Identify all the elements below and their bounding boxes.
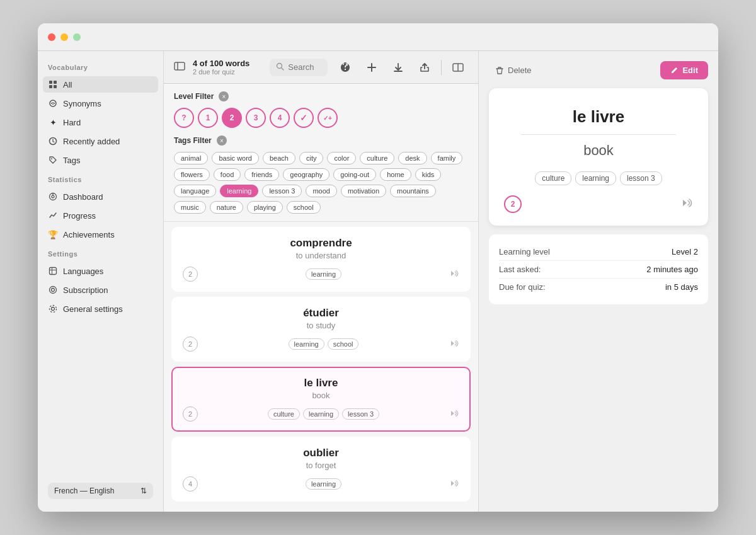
- flashcard-tag-learning[interactable]: learning: [575, 171, 616, 185]
- tag-nature[interactable]: nature: [210, 201, 243, 214]
- tag-color[interactable]: color: [327, 152, 356, 164]
- tag-lesson-3[interactable]: lesson 3: [262, 185, 302, 197]
- level-btn-check-plus[interactable]: ✓+: [318, 108, 338, 128]
- view-toggle-button[interactable]: [448, 57, 468, 78]
- sidebar-item-recently-added[interactable]: Recently added: [43, 133, 158, 149]
- tag-motivation[interactable]: motivation: [341, 185, 386, 197]
- due-quiz-value: in 5 days: [665, 282, 698, 292]
- svg-point-8: [52, 195, 54, 198]
- audio-button-le-livre[interactable]: [449, 408, 459, 420]
- search-bar[interactable]: [270, 59, 328, 76]
- tag-language[interactable]: language: [174, 185, 216, 197]
- audio-button-comprendre[interactable]: [449, 268, 459, 280]
- sidebar-item-tags[interactable]: Tags: [43, 152, 158, 168]
- tag-mood[interactable]: mood: [306, 185, 337, 197]
- tag-school[interactable]: school: [287, 201, 321, 214]
- word-term-oublier: oublier: [183, 447, 459, 459]
- tag-learning-le-livre[interactable]: learning: [303, 408, 339, 420]
- svg-rect-3: [54, 85, 57, 88]
- share-button[interactable]: [415, 57, 435, 78]
- flashcard-divider: [521, 134, 676, 135]
- sidebar-item-achievements[interactable]: 🏆 Achievements: [43, 226, 158, 243]
- tag-food[interactable]: food: [214, 168, 241, 181]
- sidebar: Vocabulary All: [38, 51, 164, 512]
- flashcard: le livre book culture learning lesson 3 …: [489, 88, 708, 226]
- audio-button-etudier[interactable]: [449, 338, 459, 350]
- flashcard-audio-button[interactable]: [680, 197, 693, 212]
- tag-learning[interactable]: learning: [220, 185, 258, 197]
- word-card-oublier[interactable]: oublier to forget 4 learning: [171, 437, 471, 502]
- tag-beach[interactable]: beach: [263, 152, 295, 164]
- detail-panel: Delete Edit le livre book culture learni…: [479, 51, 718, 512]
- vocabulary-section-label: Vocabulary: [43, 59, 158, 74]
- last-asked-value: 2 minutes ago: [646, 265, 698, 274]
- search-input[interactable]: [288, 62, 321, 72]
- download-button[interactable]: [388, 57, 408, 78]
- language-selector[interactable]: French — English ⇅: [48, 483, 153, 499]
- sidebar-item-recently-added-label: Recently added: [63, 137, 120, 146]
- tag-friends[interactable]: friends: [244, 168, 279, 181]
- add-word-button[interactable]: [362, 57, 382, 78]
- tag-music[interactable]: music: [174, 201, 206, 214]
- tag-learning-oublier[interactable]: learning: [306, 478, 341, 490]
- fullscreen-button[interactable]: [73, 33, 81, 41]
- delete-button[interactable]: Delete: [489, 62, 538, 79]
- hard-icon: ✦: [48, 117, 58, 127]
- tag-desk[interactable]: desk: [398, 152, 427, 164]
- tag-mountains[interactable]: mountains: [390, 185, 436, 197]
- level-btn-3[interactable]: 3: [246, 108, 266, 128]
- sidebar-toggle-button[interactable]: [174, 60, 185, 74]
- tag-going-out[interactable]: going-out: [333, 168, 376, 181]
- flashcard-tag-culture[interactable]: culture: [535, 171, 571, 185]
- word-card-footer-comprendre: 2 learning: [183, 267, 459, 282]
- sidebar-item-languages-label: Languages: [63, 267, 103, 276]
- tag-lesson3-le-livre[interactable]: lesson 3: [342, 408, 379, 420]
- sidebar-item-dashboard[interactable]: Dashboard: [43, 188, 158, 205]
- svg-point-16: [50, 306, 57, 313]
- tag-school-etudier[interactable]: school: [328, 338, 359, 350]
- level-filter-row: Level Filter ×: [174, 91, 468, 101]
- tag-home[interactable]: home: [380, 168, 411, 181]
- sidebar-item-languages[interactable]: Languages: [43, 263, 158, 279]
- close-button[interactable]: [48, 33, 55, 41]
- level-btn-1[interactable]: 1: [198, 108, 218, 128]
- tag-culture-le-livre[interactable]: culture: [268, 408, 300, 420]
- tag-family[interactable]: family: [431, 152, 463, 164]
- quiz-button[interactable]: [335, 57, 355, 78]
- tag-city[interactable]: city: [299, 152, 324, 164]
- sidebar-item-all[interactable]: All: [43, 76, 158, 93]
- toolbar-actions: [335, 57, 468, 78]
- tag-culture[interactable]: culture: [360, 152, 394, 164]
- tags-grid: animal basic word beach city color cultu…: [174, 152, 468, 214]
- sidebar-bottom: French — English ⇅: [43, 478, 158, 504]
- level-btn-4[interactable]: 4: [270, 108, 290, 128]
- sidebar-item-progress[interactable]: Progress: [43, 207, 158, 224]
- tag-kids[interactable]: kids: [415, 168, 442, 181]
- tag-learning-etudier[interactable]: learning: [289, 338, 324, 350]
- tag-playing[interactable]: playing: [247, 201, 283, 214]
- tags-filter-clear[interactable]: ×: [217, 135, 227, 146]
- sidebar-item-hard[interactable]: ✦ Hard: [43, 114, 158, 130]
- level-btn-2[interactable]: 2: [222, 108, 242, 128]
- word-card-etudier[interactable]: étudier to study 2 learning school: [171, 297, 471, 362]
- sidebar-item-subscription[interactable]: Subscription: [43, 282, 158, 298]
- sidebar-item-synonyms[interactable]: Synonyms: [43, 95, 158, 112]
- tag-flowers[interactable]: flowers: [174, 168, 210, 181]
- word-card-le-livre[interactable]: le livre book 2 culture learning lesson …: [171, 367, 471, 432]
- tag-geography[interactable]: geography: [283, 168, 329, 181]
- tag-learning-comprendre[interactable]: learning: [306, 268, 341, 280]
- level-btn-unknown[interactable]: ?: [174, 108, 194, 128]
- flashcard-tag-lesson3[interactable]: lesson 3: [620, 171, 662, 185]
- meta-row-last-asked: Last asked: 2 minutes ago: [499, 261, 698, 279]
- word-card-comprendre[interactable]: comprendre to understand 2 learning: [171, 227, 471, 292]
- tag-animal[interactable]: animal: [174, 152, 208, 164]
- svg-point-15: [52, 308, 55, 311]
- level-btn-check[interactable]: ✓: [294, 108, 314, 128]
- minimize-button[interactable]: [60, 33, 68, 41]
- audio-button-oublier[interactable]: [449, 478, 459, 490]
- sidebar-item-general-settings[interactable]: General settings: [43, 301, 158, 317]
- level-filter-clear[interactable]: ×: [219, 91, 229, 101]
- tag-basic-word[interactable]: basic word: [212, 152, 259, 164]
- title-bar: [38, 23, 718, 51]
- edit-button[interactable]: Edit: [660, 61, 708, 79]
